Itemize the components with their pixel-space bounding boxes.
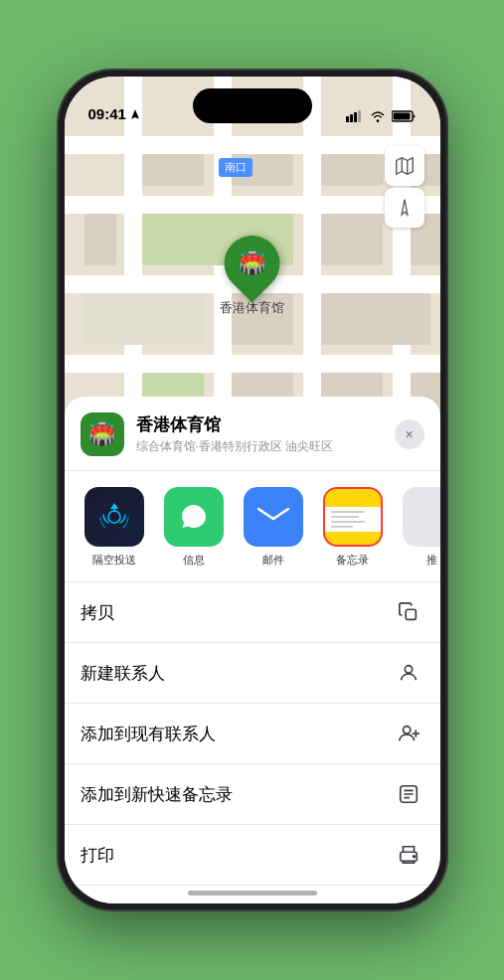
action-add-contact[interactable]: 添加到现有联系人 — [65, 704, 440, 764]
airdrop-icon — [84, 487, 144, 547]
new-contact-icon — [393, 657, 424, 689]
share-app-messages[interactable]: 信息 — [160, 487, 228, 568]
svg-rect-1 — [350, 114, 353, 122]
signal-icon — [346, 110, 364, 122]
close-button[interactable]: × — [395, 419, 424, 449]
status-time: 09:41 — [88, 105, 126, 122]
notes-label: 备忘录 — [336, 553, 369, 568]
marker-pin: 🏟️ — [213, 224, 291, 302]
svg-point-6 — [108, 511, 120, 523]
notes-icon — [323, 487, 383, 547]
location-name: 香港体育馆 — [136, 413, 395, 436]
svg-rect-2 — [354, 112, 357, 122]
action-copy[interactable]: 拷贝 — [65, 582, 440, 643]
new-contact-label: 新建联系人 — [81, 662, 165, 685]
add-contact-icon — [393, 718, 424, 749]
svg-marker-8 — [110, 503, 118, 509]
print-label: 打印 — [81, 844, 114, 867]
close-icon: × — [405, 426, 413, 442]
phone-screen: 09:41 — [65, 77, 440, 903]
location-icon-wrap: 🏟️ — [81, 412, 124, 456]
svg-point-20 — [413, 856, 415, 858]
more-label: 推 — [426, 553, 437, 568]
more-icon — [403, 487, 440, 547]
print-icon — [393, 839, 424, 871]
share-apps-row: 隔空投送 信息 — [65, 471, 440, 582]
svg-rect-3 — [358, 110, 361, 122]
phone-frame: 09:41 — [59, 71, 446, 909]
battery-icon — [392, 110, 417, 122]
dynamic-island — [193, 88, 312, 123]
action-print[interactable]: 打印 — [65, 825, 440, 886]
quick-note-icon — [393, 778, 424, 810]
action-quick-note[interactable]: 添加到新快速备忘录 — [65, 764, 440, 825]
map-type-button[interactable] — [385, 146, 424, 186]
wifi-icon — [370, 110, 386, 122]
svg-point-11 — [405, 666, 412, 673]
share-app-airdrop[interactable]: 隔空投送 — [81, 487, 148, 568]
svg-rect-9 — [258, 505, 288, 529]
marker-icon: 🏟️ — [239, 250, 265, 276]
map-tag: 南口 — [219, 158, 252, 177]
map-controls — [385, 146, 424, 228]
bottom-sheet: 🏟️ 香港体育馆 综合体育馆·香港特别行政区 油尖旺区 × — [65, 397, 440, 903]
svg-rect-5 — [393, 113, 410, 120]
venue-icon: 🏟️ — [88, 421, 115, 447]
home-indicator — [188, 891, 317, 896]
status-icons — [346, 110, 417, 122]
airdrop-label: 隔空投送 — [92, 553, 136, 568]
location-arrow-icon — [129, 108, 141, 120]
location-info: 香港体育馆 综合体育馆·香港特别行政区 油尖旺区 — [136, 413, 395, 455]
map-marker: 🏟️ 香港体育馆 — [220, 236, 284, 317]
svg-point-12 — [403, 727, 410, 734]
mail-label: 邮件 — [262, 553, 284, 568]
share-app-notes[interactable]: 备忘录 — [319, 487, 387, 568]
add-contact-label: 添加到现有联系人 — [81, 723, 216, 745]
share-app-mail[interactable]: 邮件 — [240, 487, 307, 568]
quick-note-label: 添加到新快速备忘录 — [81, 783, 233, 806]
messages-label: 信息 — [183, 553, 205, 568]
action-new-contact[interactable]: 新建联系人 — [65, 643, 440, 704]
svg-rect-10 — [406, 609, 416, 619]
mail-icon — [244, 487, 303, 547]
svg-rect-0 — [346, 116, 349, 122]
share-app-more[interactable]: 推 — [399, 487, 440, 568]
location-button[interactable] — [385, 188, 424, 228]
messages-icon — [164, 487, 224, 547]
location-header: 🏟️ 香港体育馆 综合体育馆·香港特别行政区 油尖旺区 × — [65, 412, 440, 471]
location-subtitle: 综合体育馆·香港特别行政区 油尖旺区 — [136, 438, 395, 455]
copy-icon — [393, 596, 424, 628]
copy-label: 拷贝 — [81, 601, 114, 624]
